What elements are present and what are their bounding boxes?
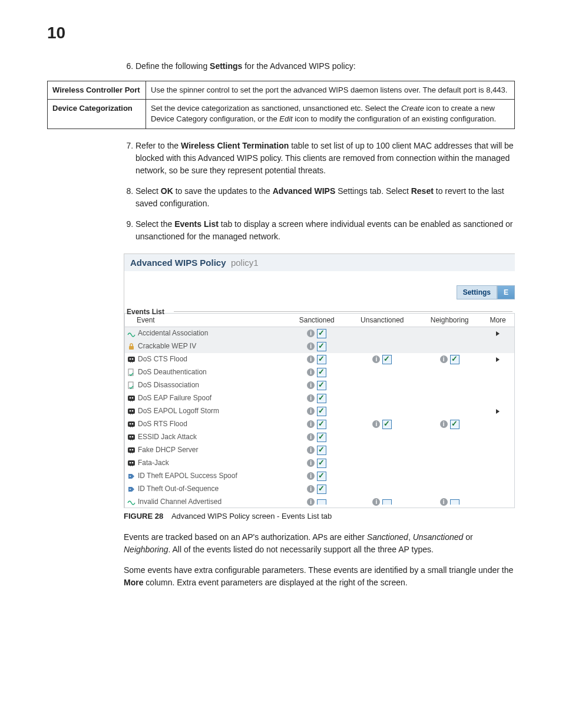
checkbox[interactable] <box>382 499 392 505</box>
setting-description: Use the spinner control to set the port … <box>146 81 515 100</box>
info-icon[interactable]: i <box>307 459 315 467</box>
info-icon[interactable]: i <box>307 381 315 389</box>
event-name: DoS EAPOL Logoff Storm <box>125 405 287 418</box>
svg-point-14 <box>130 410 131 412</box>
cell-more <box>481 483 514 496</box>
figure-caption: FIGURE 28 Advanced WIPS Policy screen - … <box>124 512 515 521</box>
table-row[interactable]: DoS Disassociationi <box>125 379 515 392</box>
checkbox[interactable] <box>317 355 326 364</box>
event-name: ID Theft EAPOL Success Spoof <box>125 470 287 483</box>
table-row[interactable]: ID Theft EAPOL Success Spoofi <box>125 470 515 483</box>
cell-neighboring: i <box>418 418 481 431</box>
svg-point-24 <box>130 436 131 438</box>
checkbox[interactable] <box>317 342 326 351</box>
cell-more <box>481 431 514 444</box>
step-9: Select the Events List tab to display a … <box>135 218 515 243</box>
info-icon[interactable]: i <box>372 420 380 428</box>
cell-unsanctioned <box>347 431 418 444</box>
checkbox[interactable] <box>317 459 326 468</box>
checkbox[interactable] <box>317 394 326 403</box>
info-icon[interactable]: i <box>307 472 315 480</box>
event-type-icon <box>127 330 135 338</box>
svg-point-39 <box>130 489 131 490</box>
event-type-icon <box>127 433 135 442</box>
info-icon[interactable]: i <box>372 498 380 506</box>
table-row[interactable]: Invalid Channel Advertisediii <box>125 496 515 508</box>
table-row[interactable]: DoS EAP Failure Spoofi <box>125 392 515 405</box>
checkbox[interactable] <box>317 433 326 442</box>
checkbox[interactable] <box>450 499 459 505</box>
event-type-icon <box>127 394 135 403</box>
event-type-icon <box>127 498 135 506</box>
checkbox[interactable] <box>317 407 326 416</box>
checkbox[interactable] <box>317 472 326 481</box>
info-icon[interactable]: i <box>307 330 315 337</box>
table-row[interactable]: Crackable WEP IVi <box>125 340 515 353</box>
cell-unsanctioned: i <box>347 496 418 508</box>
cell-more <box>481 366 514 379</box>
checkbox[interactable] <box>450 355 459 364</box>
info-icon[interactable]: i <box>307 485 315 493</box>
info-icon[interactable]: i <box>307 407 315 415</box>
info-icon[interactable]: i <box>307 433 315 441</box>
table-row[interactable]: Accidental Associationi <box>125 327 515 340</box>
info-icon[interactable]: i <box>440 355 448 363</box>
svg-rect-6 <box>128 369 133 375</box>
info-icon[interactable]: i <box>307 394 315 402</box>
checkbox[interactable] <box>317 499 326 505</box>
event-name: Accidental Association <box>125 327 287 340</box>
cell-sanctioned: i <box>287 431 347 444</box>
info-icon[interactable]: i <box>372 355 380 363</box>
checkbox[interactable] <box>317 329 326 338</box>
info-icon[interactable]: i <box>307 342 315 350</box>
table-row[interactable]: DoS Deauthenticationi <box>125 366 515 379</box>
info-icon[interactable]: i <box>307 355 315 363</box>
cell-neighboring <box>418 457 481 470</box>
event-type-icon <box>127 446 135 454</box>
tab-settings[interactable]: Settings <box>457 285 497 299</box>
checkbox[interactable] <box>450 420 459 429</box>
info-icon[interactable]: i <box>307 498 315 506</box>
table-row[interactable]: ID Theft Out-of-Sequencei <box>125 483 515 496</box>
info-icon[interactable]: i <box>440 498 448 506</box>
cell-sanctioned: i <box>287 496 347 508</box>
checkbox[interactable] <box>317 381 326 390</box>
checkbox[interactable] <box>317 420 326 429</box>
table-row[interactable]: DoS CTS Floodiii <box>125 353 515 366</box>
checkbox[interactable] <box>317 485 326 494</box>
table-row[interactable]: DoS RTS Floodiii <box>125 418 515 431</box>
expand-icon[interactable] <box>496 331 500 336</box>
cell-more <box>481 418 514 431</box>
expand-icon[interactable] <box>496 409 500 414</box>
info-icon[interactable]: i <box>307 446 315 454</box>
table-row[interactable]: ESSID Jack Attacki <box>125 431 515 444</box>
info-icon[interactable]: i <box>440 420 448 428</box>
table-row[interactable]: Fata-Jacki <box>125 457 515 470</box>
event-type-icon <box>127 485 135 493</box>
event-type-icon <box>127 381 135 390</box>
event-type-icon <box>127 459 135 467</box>
svg-rect-33 <box>128 460 135 466</box>
tab-events[interactable]: E <box>497 285 515 299</box>
info-icon[interactable]: i <box>307 368 315 376</box>
event-name: DoS RTS Flood <box>125 418 287 431</box>
cell-sanctioned: i <box>287 405 347 418</box>
checkbox[interactable] <box>317 446 326 455</box>
svg-rect-12 <box>132 400 133 401</box>
table-row[interactable]: DoS EAPOL Logoff Stormi <box>125 405 515 418</box>
checkbox[interactable] <box>382 420 392 429</box>
svg-point-29 <box>130 449 131 451</box>
info-icon[interactable]: i <box>307 420 315 428</box>
event-type-icon <box>127 407 135 416</box>
checkbox[interactable] <box>317 368 326 377</box>
expand-icon[interactable] <box>496 357 500 362</box>
checkbox[interactable] <box>382 355 392 364</box>
svg-rect-7 <box>128 382 133 388</box>
tab-bar: SettingsE <box>124 271 515 302</box>
svg-point-35 <box>132 462 134 464</box>
step-6: Define the following Settings for the Ad… <box>135 60 515 73</box>
cell-more <box>481 444 514 457</box>
cell-unsanctioned <box>347 444 418 457</box>
cell-unsanctioned <box>347 327 418 340</box>
table-row[interactable]: Fake DHCP Serveri <box>125 444 515 457</box>
